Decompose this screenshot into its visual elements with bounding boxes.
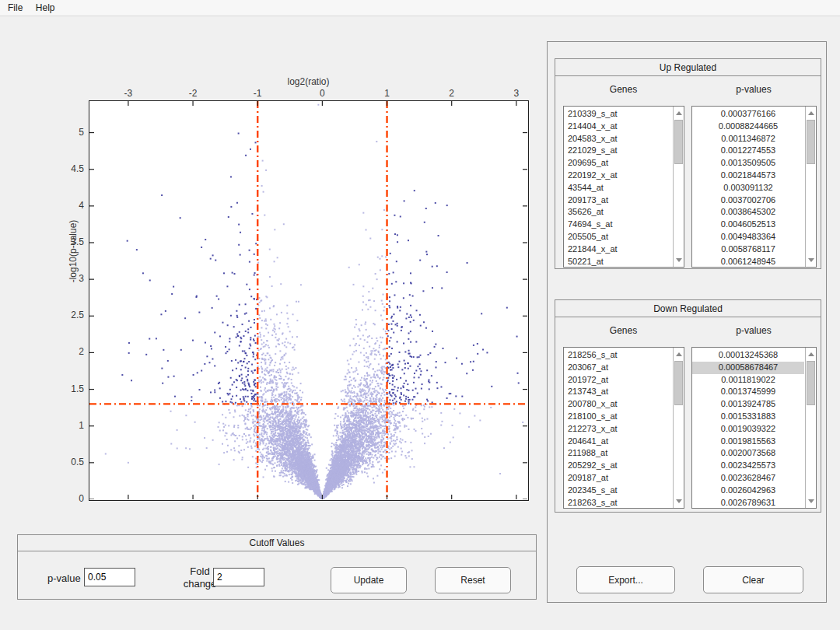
list-item[interactable]: 203067_at xyxy=(564,362,672,374)
up-regulated-panel: Up Regulated Genes p-values 210339_s_at2… xyxy=(555,58,821,269)
down-pvalues-listbox[interactable]: 0.000132453680.000586784670.00118190220.… xyxy=(691,347,817,509)
list-item[interactable]: 0.0021844573 xyxy=(692,170,804,182)
list-item[interactable]: 211988_at xyxy=(564,447,672,460)
list-item[interactable]: 210339_s_at xyxy=(564,108,672,121)
list-item[interactable]: 0.003091132 xyxy=(692,182,804,194)
down-genes-listbox[interactable]: 218256_s_at203067_at201972_at213743_at20… xyxy=(563,347,684,509)
volcano-scatter-canvas xyxy=(89,101,527,499)
list-item[interactable]: 0.0049483364 xyxy=(692,231,804,243)
list-item[interactable]: 0.0003776166 xyxy=(692,108,804,121)
list-item[interactable]: 0.0011819022 xyxy=(692,374,804,387)
list-item[interactable]: 43544_at xyxy=(564,182,672,194)
y-tick-label: 3.5 xyxy=(58,236,84,247)
list-item[interactable]: 74694_s_at xyxy=(564,219,672,231)
up-pvalues-scrollbar[interactable] xyxy=(805,107,816,267)
list-item[interactable]: 0.0046052513 xyxy=(692,219,804,231)
down-pvalues-scrollbar[interactable] xyxy=(805,348,816,508)
list-item[interactable]: 0.0061248945 xyxy=(692,256,804,268)
list-item[interactable]: 0.0026789631 xyxy=(692,497,804,509)
export-button[interactable]: Export... xyxy=(576,566,675,593)
list-item[interactable]: 201972_at xyxy=(564,374,672,387)
y-tick-label: 0.5 xyxy=(58,457,84,467)
list-item[interactable]: 50221_at xyxy=(564,256,672,268)
list-item[interactable]: 0.00088244665 xyxy=(692,121,804,133)
scrollbar-thumb[interactable] xyxy=(807,361,815,405)
list-item[interactable]: 218256_s_at xyxy=(564,349,672,362)
x-tick-label: 3 xyxy=(501,88,532,99)
list-item[interactable]: 209695_at xyxy=(564,157,672,170)
list-item[interactable]: 221029_s_at xyxy=(564,145,672,157)
list-item[interactable]: 209173_at xyxy=(564,194,672,207)
scrollbar-thumb[interactable] xyxy=(674,120,683,164)
scroll-up-icon[interactable] xyxy=(676,111,682,115)
update-button[interactable]: Update xyxy=(331,567,407,593)
list-item[interactable]: 0.0023425573 xyxy=(692,460,804,472)
reset-button[interactable]: Reset xyxy=(435,567,511,593)
x-tick-label: 1 xyxy=(372,88,403,99)
list-item[interactable]: 0.0019815563 xyxy=(692,436,804,448)
list-item[interactable]: 202345_s_at xyxy=(564,485,672,497)
scroll-up-icon[interactable] xyxy=(676,352,682,356)
scroll-down-icon[interactable] xyxy=(808,258,814,262)
list-item[interactable]: 204641_at xyxy=(564,436,672,448)
scroll-up-icon[interactable] xyxy=(808,111,814,115)
y-tick-label: 3 xyxy=(58,273,84,284)
y-axis-title: -log10(p-value) xyxy=(68,197,79,306)
menu-item-help[interactable]: Help xyxy=(31,0,60,13)
list-item[interactable]: 0.0013745999 xyxy=(692,386,804,398)
list-item[interactable]: 220192_x_at xyxy=(564,170,672,182)
list-item[interactable]: 0.0015331883 xyxy=(692,411,804,423)
scrollbar-thumb[interactable] xyxy=(674,361,683,405)
list-item[interactable]: 0.0038645302 xyxy=(692,206,804,219)
scroll-down-icon[interactable] xyxy=(676,499,682,503)
list-item[interactable]: 205505_at xyxy=(564,231,672,243)
menu-item-file[interactable]: File xyxy=(3,0,27,13)
up-genes-header: Genes xyxy=(563,84,684,95)
list-item[interactable]: 0.00058678467 xyxy=(692,362,804,374)
down-genes-scrollbar[interactable] xyxy=(673,348,684,508)
down-regulated-title: Down Regulated xyxy=(555,300,821,317)
scrollbar-thumb[interactable] xyxy=(807,120,815,164)
y-tick-label: 2.5 xyxy=(58,310,84,320)
fold-change-input[interactable] xyxy=(213,568,264,586)
plot-box xyxy=(89,100,529,501)
list-item[interactable]: 0.0012274553 xyxy=(692,145,804,157)
pvalue-label: p-value xyxy=(47,572,81,584)
up-genes-listbox[interactable]: 210339_s_at214404_x_at204583_x_at221029_… xyxy=(563,106,684,268)
list-item[interactable]: 0.00013245368 xyxy=(692,349,804,362)
x-axis-title: log2(ratio) xyxy=(89,76,527,87)
scroll-down-icon[interactable] xyxy=(808,499,814,503)
clear-button[interactable]: Clear xyxy=(703,566,803,593)
list-item[interactable]: 0.0058768117 xyxy=(692,243,804,256)
up-genes-scrollbar[interactable] xyxy=(673,107,684,267)
list-item[interactable]: 212273_x_at xyxy=(564,423,672,436)
list-item[interactable]: 213743_at xyxy=(564,386,672,398)
up-pvalues-listbox[interactable]: 0.00037761660.000882446650.00113468720.0… xyxy=(691,106,817,268)
list-item[interactable]: 35626_at xyxy=(564,206,672,219)
list-item[interactable]: 0.0026042963 xyxy=(692,485,804,497)
list-item[interactable]: 209187_at xyxy=(564,472,672,485)
y-tick-label: 4 xyxy=(58,200,84,211)
list-item[interactable]: 0.0011346872 xyxy=(692,133,804,145)
list-item[interactable]: 0.0019039322 xyxy=(692,423,804,436)
list-item[interactable]: 221844_x_at xyxy=(564,243,672,256)
list-item[interactable]: 205292_s_at xyxy=(564,460,672,472)
y-tick-label: 0 xyxy=(58,493,84,504)
list-item[interactable]: 0.0013509505 xyxy=(692,157,804,170)
list-item[interactable]: 0.0037002706 xyxy=(692,194,804,207)
pvalue-input[interactable] xyxy=(84,568,135,586)
list-item[interactable]: 218263_s_at xyxy=(564,497,672,509)
y-tick-label: 4.5 xyxy=(58,163,84,174)
scroll-down-icon[interactable] xyxy=(676,258,682,262)
list-item[interactable]: 218100_s_at xyxy=(564,411,672,423)
down-regulated-panel: Down Regulated Genes p-values 218256_s_a… xyxy=(555,299,821,513)
list-item[interactable]: 0.0020073568 xyxy=(692,447,804,460)
list-item[interactable]: 200780_x_at xyxy=(564,398,672,411)
scroll-up-icon[interactable] xyxy=(808,352,814,356)
down-pvalues-header: p-values xyxy=(691,325,816,336)
list-item[interactable]: 0.0023628467 xyxy=(692,472,804,485)
list-item[interactable]: 0.0013924785 xyxy=(692,398,804,411)
list-item[interactable]: 204583_x_at xyxy=(564,133,672,145)
list-item[interactable]: 214404_x_at xyxy=(564,121,672,133)
x-tick-label: 2 xyxy=(436,88,467,99)
